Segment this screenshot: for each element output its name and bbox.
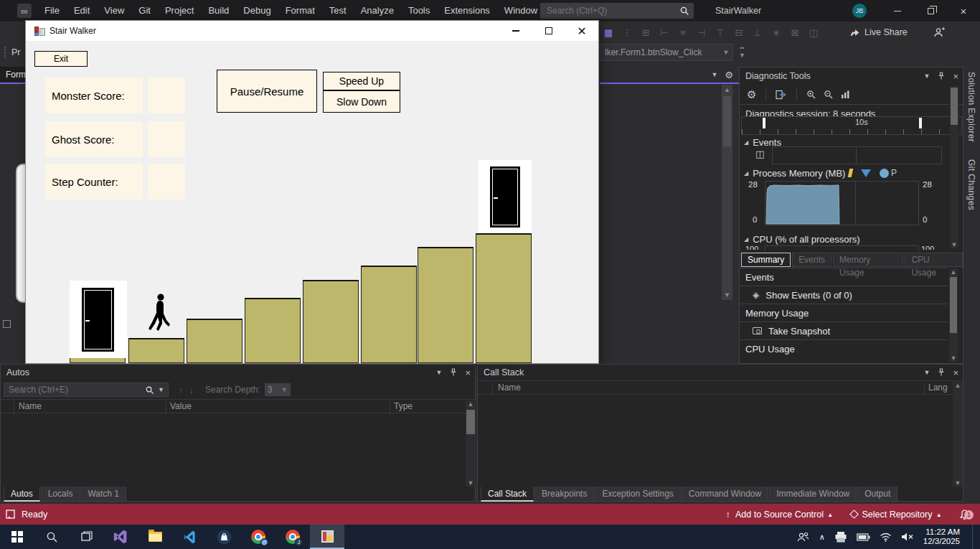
scroll-down-icon[interactable]: ▼ [722, 291, 732, 299]
bottom-tab-output[interactable]: Output [857, 487, 897, 502]
form-titlebar[interactable]: Stair Walker ✕ [26, 21, 598, 41]
close-icon[interactable]: × [953, 367, 958, 378]
chevron-down-icon[interactable]: ▼ [923, 72, 930, 80]
tray-expand-chevron-icon[interactable]: ∧ [819, 532, 825, 542]
diagnostic-tools-header[interactable]: Diagnostic Tools ▼ × [740, 67, 963, 85]
next-result-icon[interactable]: ↓ [189, 385, 194, 395]
taskbar-microsoft-store[interactable] [207, 525, 241, 549]
quick-search-input[interactable] [540, 6, 679, 16]
align-bottoms-icon[interactable]: ⊥ [749, 27, 766, 38]
menu-format[interactable]: Format [278, 0, 322, 22]
snap-lines-icon[interactable]: ⋮ [618, 27, 636, 38]
align-centers-icon[interactable]: ≡ [674, 27, 692, 38]
make-same-width-icon[interactable]: ∗ [768, 27, 785, 38]
toolbar-overflow-button[interactable]: ••▼ [739, 44, 745, 59]
close-icon[interactable]: × [953, 71, 958, 82]
diag-tab-summary[interactable]: Summary [741, 253, 791, 267]
memory-section-header[interactable]: ◢ Process Memory (MB) [744, 168, 845, 179]
view-chart-icon[interactable] [841, 90, 851, 99]
diag-tab-events[interactable]: Events [792, 253, 831, 267]
taskbar-visual-studio[interactable] [103, 525, 138, 549]
scrollbar-thumb[interactable] [950, 277, 957, 333]
account-avatar[interactable]: JB [852, 4, 867, 18]
menu-analyze[interactable]: Analyze [354, 0, 401, 22]
pin-icon[interactable] [450, 368, 457, 377]
summary-row-show-events-0-of-0[interactable]: ◈Show Events (0 of 0) [740, 286, 948, 304]
menu-git[interactable]: Git [131, 0, 158, 22]
settings-gear-icon[interactable]: ⚙ [747, 88, 756, 101]
vs-minimize-button[interactable] [881, 0, 914, 22]
taskbar-clock[interactable]: 11:22 AM 12/3/2025 [923, 527, 960, 546]
summary-row-take-snapshot[interactable]: Take Snapshot [740, 322, 948, 339]
chevron-down-icon[interactable]: ▼ [923, 369, 930, 376]
menu-edit[interactable]: Edit [67, 0, 97, 22]
autos-search-box[interactable]: ▼ [4, 383, 169, 397]
bottom-tab-watch-1[interactable]: Watch 1 [80, 487, 126, 502]
pin-icon[interactable] [938, 72, 945, 80]
autos-search-input[interactable] [4, 385, 145, 395]
scroll-down-icon[interactable]: ▼ [950, 241, 958, 248]
summary-scrollbar[interactable]: ▲ ▼ [949, 268, 958, 362]
form-close-button[interactable]: ✕ [565, 21, 598, 41]
diag-tab-memory-usage[interactable]: Memory Usage [833, 253, 903, 267]
menu-view[interactable]: View [97, 0, 131, 22]
start-button[interactable] [0, 525, 34, 549]
bottom-tab-immediate-window[interactable]: Immediate Window [769, 487, 857, 502]
memory-graph[interactable] [765, 181, 919, 225]
search-depth-dropdown[interactable]: 3 ▼ [265, 383, 291, 396]
call-stack-scrollbar[interactable]: ▲ ▼ [953, 382, 963, 487]
task-view-button[interactable] [69, 525, 103, 549]
scroll-up-icon[interactable]: ▲ [953, 382, 963, 389]
people-icon[interactable] [796, 532, 810, 543]
menu-window[interactable]: Window [497, 0, 545, 22]
zoom-in-icon[interactable] [806, 90, 816, 100]
taskbar-chrome-profile-2[interactable]: J [275, 525, 310, 549]
scrollbar-thumb[interactable] [951, 88, 958, 125]
member-dropdown[interactable]: lker.Form1.btnSlow_Click ▼ [600, 44, 733, 61]
document-well-gear-icon[interactable]: ⚙ [725, 70, 733, 80]
column-header-name[interactable]: Name [19, 401, 42, 411]
layout-mode-icon[interactable]: ▦ [600, 27, 617, 38]
scroll-up-icon[interactable]: ▲ [466, 400, 476, 408]
export-report-icon[interactable] [776, 90, 787, 100]
column-header-type[interactable]: Type [394, 401, 413, 411]
cpu-section-header[interactable]: ◢ CPU (% of all processors) [744, 234, 860, 245]
scroll-up-icon[interactable]: ▲ [722, 86, 732, 93]
autos-header[interactable]: Autos ▼ × [1, 365, 475, 380]
show-desktop-divider[interactable] [972, 525, 973, 549]
taskbar-stair-walker-app[interactable] [310, 525, 344, 549]
charts-scrollbar[interactable]: ▼ [950, 86, 958, 248]
chevron-down-icon[interactable]: ▼ [158, 386, 164, 393]
diagnostics-timeline-ruler[interactable]: 10s [741, 116, 962, 135]
prev-result-icon[interactable]: ↑ [179, 385, 184, 395]
quick-search-box[interactable] [540, 3, 694, 19]
bottom-tab-breakpoints[interactable]: Breakpoints [534, 487, 594, 502]
autos-scrollbar[interactable]: ▲ ▼ [466, 400, 476, 487]
menu-file[interactable]: File [37, 0, 67, 22]
bottom-tab-autos[interactable]: Autos [4, 487, 40, 502]
menu-extensions[interactable]: Extensions [437, 0, 497, 22]
menu-debug[interactable]: Debug [236, 0, 278, 22]
align-tops-icon[interactable]: ⊤ [712, 27, 729, 38]
pin-icon[interactable] [938, 368, 945, 377]
toolbar-grip[interactable] [4, 47, 6, 58]
scroll-down-icon[interactable]: ▼ [949, 355, 958, 362]
taskbar-chrome-profile-1[interactable]: @ [241, 525, 275, 549]
scroll-up-icon[interactable]: ▲ [949, 268, 958, 276]
align-lefts-icon[interactable]: ⊢ [656, 27, 673, 38]
taskbar-file-explorer[interactable] [138, 525, 172, 549]
menu-tools[interactable]: Tools [401, 0, 437, 22]
taskbar-search-button[interactable] [34, 525, 69, 549]
call-stack-header[interactable]: Call Stack ▼ × [478, 365, 963, 380]
background-tasks-icon[interactable] [6, 510, 16, 520]
form-maximize-button[interactable] [532, 21, 565, 41]
menu-test[interactable]: Test [322, 0, 354, 22]
make-same-height-icon[interactable]: ◫ [805, 27, 822, 38]
bottom-tab-call-stack[interactable]: Call Stack [481, 487, 534, 502]
chevron-down-icon[interactable]: ▼ [435, 369, 442, 376]
scrollbar-thumb[interactable] [466, 410, 475, 434]
sidebar-tab-git-changes[interactable]: Git Changes [966, 159, 976, 210]
battery-icon[interactable] [857, 533, 870, 541]
scroll-down-icon[interactable]: ▼ [953, 479, 963, 487]
volume-muted-icon[interactable] [901, 532, 914, 542]
